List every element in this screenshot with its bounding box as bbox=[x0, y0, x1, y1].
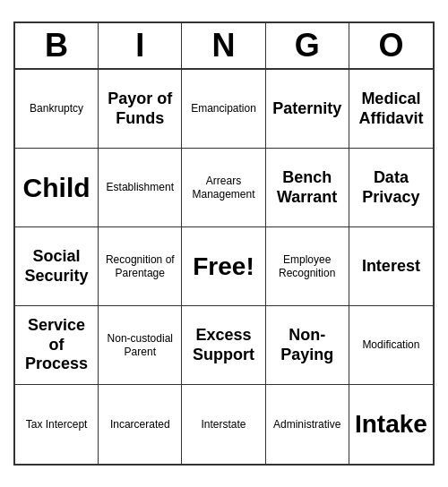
bingo-header: BINGO bbox=[15, 23, 433, 70]
cell-text: Medical Affidavit bbox=[353, 90, 429, 128]
cell-text: Social Security bbox=[19, 247, 94, 286]
bingo-cell: Social Security bbox=[15, 227, 99, 306]
bingo-cell: Medical Affidavit bbox=[349, 70, 433, 149]
cell-text: Data Privacy bbox=[353, 168, 429, 207]
bingo-cell: Administrative bbox=[266, 385, 349, 464]
header-letter: G bbox=[266, 23, 349, 68]
header-letter: N bbox=[182, 23, 265, 68]
bingo-cell: Employee Recognition bbox=[266, 227, 349, 306]
bingo-cell: Recognition of Parentage bbox=[99, 227, 182, 306]
bingo-cell: Incarcerated bbox=[99, 385, 182, 464]
bingo-cell: Tax Intercept bbox=[15, 385, 99, 464]
cell-text: Interest bbox=[362, 257, 420, 277]
header-letter: I bbox=[99, 23, 182, 68]
cell-text: Excess Support bbox=[185, 326, 261, 364]
bingo-cell: Non-Paying bbox=[266, 306, 349, 385]
cell-text: Non-Paying bbox=[270, 326, 345, 364]
bingo-cell: Intake bbox=[349, 385, 433, 464]
bingo-cell: Service of Process bbox=[15, 306, 99, 385]
cell-text: Bench Warrant bbox=[270, 168, 345, 207]
bingo-cell: Free! bbox=[182, 227, 265, 306]
bingo-cell: Data Privacy bbox=[349, 149, 433, 227]
bingo-cell: Child bbox=[15, 149, 99, 227]
header-letter: B bbox=[15, 23, 99, 68]
cell-text: Service of Process bbox=[19, 316, 94, 374]
cell-text: Tax Intercept bbox=[26, 418, 88, 431]
cell-text: Bankruptcy bbox=[30, 102, 83, 115]
bingo-cell: Payor of Funds bbox=[99, 70, 182, 149]
cell-text: Administrative bbox=[273, 418, 340, 431]
bingo-cell: Emancipation bbox=[182, 70, 265, 149]
cell-text: Payor of Funds bbox=[102, 90, 177, 128]
cell-text: Modification bbox=[362, 338, 419, 351]
cell-text: Arrears Management bbox=[185, 175, 261, 201]
bingo-cell: Non-custodial Parent bbox=[99, 306, 182, 385]
cell-text: Child bbox=[23, 172, 90, 204]
cell-text: Emancipation bbox=[191, 102, 256, 115]
bingo-cell: Establishment bbox=[99, 149, 182, 227]
bingo-cell: Bench Warrant bbox=[266, 149, 349, 227]
bingo-cell: Bankruptcy bbox=[15, 70, 99, 149]
cell-text: Establishment bbox=[107, 181, 174, 193]
bingo-cell: Excess Support bbox=[182, 306, 265, 385]
cell-text: Incarcerated bbox=[110, 418, 170, 431]
bingo-cell: Modification bbox=[349, 306, 433, 385]
bingo-card: BINGO BankruptcyPayor of FundsEmancipati… bbox=[13, 21, 435, 466]
cell-text: Intake bbox=[355, 409, 427, 440]
cell-text: Employee Recognition bbox=[270, 253, 345, 279]
cell-text: Non-custodial Parent bbox=[102, 332, 177, 358]
bingo-cell: Arrears Management bbox=[182, 149, 265, 227]
header-letter: O bbox=[349, 23, 433, 68]
cell-text: Free! bbox=[193, 252, 254, 282]
cell-text: Paternity bbox=[272, 99, 341, 119]
bingo-grid: BankruptcyPayor of FundsEmancipationPate… bbox=[15, 70, 433, 464]
cell-text: Interstate bbox=[201, 418, 246, 431]
bingo-cell: Interstate bbox=[182, 385, 265, 464]
bingo-cell: Paternity bbox=[266, 70, 349, 149]
bingo-cell: Interest bbox=[349, 227, 433, 306]
cell-text: Recognition of Parentage bbox=[102, 253, 177, 279]
